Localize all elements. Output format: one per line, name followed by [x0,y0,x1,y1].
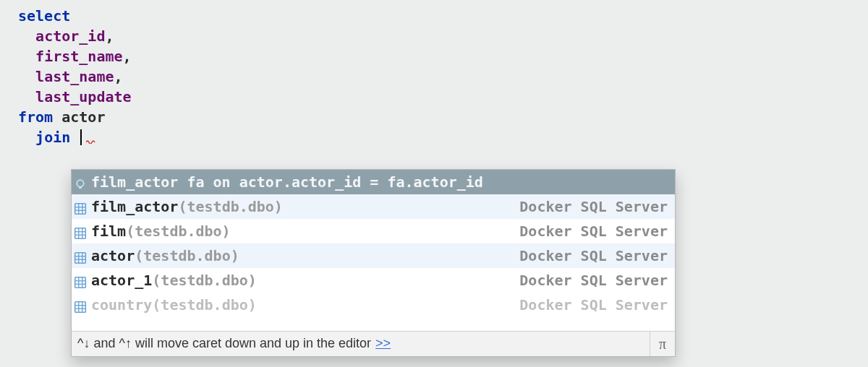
completion-item[interactable]: actor_1 (testdb.dbo)Docker SQL Server [72,268,675,293]
table-icon [74,298,87,311]
completion-list[interactable]: film_actor fa on actor.actor_id = fa.act… [72,170,675,327]
column-last-update: last_update [35,88,131,105]
svg-rect-17 [75,277,86,288]
column-last-name: last_name [35,68,114,85]
svg-point-0 [77,180,83,186]
completion-item[interactable]: country (testdb.dbo)Docker SQL Server [72,293,675,317]
svg-rect-12 [75,253,86,264]
completion-item-source: Docker SQL Server [519,221,675,241]
completion-item-text: actor [91,246,135,266]
completion-item[interactable]: film (testdb.dbo)Docker SQL Server [72,219,675,243]
completion-item[interactable]: actor (testdb.dbo)Docker SQL Server [72,243,675,268]
completion-item-context: (testdb.dbo) [126,221,231,241]
completion-item-text: country [91,295,152,315]
pi-icon[interactable]: π [650,332,675,356]
completion-item-context: (testdb.dbo) [152,295,257,315]
svg-rect-22 [75,302,86,313]
from-table: actor [61,108,105,126]
bulb-icon [74,176,87,189]
completion-item-context: (testdb.dbo) [152,270,257,290]
svg-rect-1 [79,186,82,188]
table-icon [74,225,87,238]
completion-item-text: film_actor [91,197,178,217]
column-first-name: first_name [35,48,122,65]
svg-rect-7 [75,228,86,239]
column-actor-id: actor_id [35,27,105,45]
completion-item-context: (testdb.dbo) [135,246,239,266]
completion-item-source: Docker SQL Server [519,246,675,266]
completion-item-text: film [91,221,126,241]
completion-item-source: Docker SQL Server [519,270,675,290]
hint-more-link[interactable]: >> [375,334,391,353]
completion-item-text: actor_1 [91,270,152,290]
hint-text: ^↓ and ^↑ will move caret down and up in… [72,334,371,353]
completion-item-source: Docker SQL Server [519,295,675,315]
text-caret [80,129,82,145]
completion-hint-bar: ^↓ and ^↑ will move caret down and up in… [72,331,675,356]
table-icon [74,200,87,213]
completion-item-source: Docker SQL Server [519,197,675,217]
table-icon [74,274,87,287]
completion-item[interactable]: film_actor (testdb.dbo)Docker SQL Server [72,194,675,219]
error-squiggle-icon [86,139,96,144]
keyword-join: join [35,129,70,146]
table-icon [74,249,87,262]
completion-popup[interactable]: film_actor fa on actor.actor_id = fa.act… [71,169,676,357]
keyword-from: from [18,108,53,126]
completion-item-text: film_actor fa on actor.actor_id = fa.act… [91,172,483,192]
completion-item-context: (testdb.dbo) [178,197,283,217]
keyword-select: select [18,7,70,25]
sql-editor[interactable]: select actor_id, first_name, last_name, … [18,6,132,147]
completion-item[interactable]: film_actor fa on actor.actor_id = fa.act… [72,170,675,194]
svg-rect-2 [75,204,86,215]
